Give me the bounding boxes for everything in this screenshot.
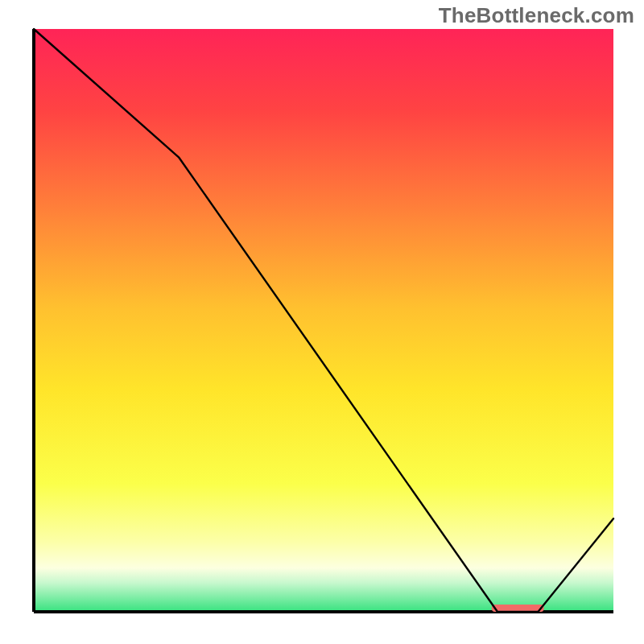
chart-root: TheBottleneck.com xyxy=(0,0,644,644)
bottleneck-chart xyxy=(0,0,644,644)
watermark-text: TheBottleneck.com xyxy=(439,3,634,28)
plot-background xyxy=(34,29,613,612)
highlight-band xyxy=(492,605,544,612)
